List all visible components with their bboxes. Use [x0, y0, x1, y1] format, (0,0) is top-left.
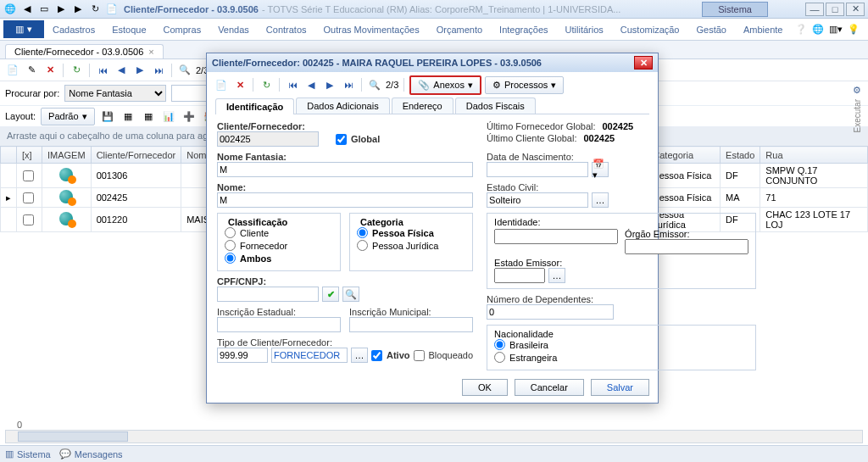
edit-icon[interactable]: ✎ [24, 63, 39, 78]
refresh-icon[interactable]: ↻ [69, 63, 84, 78]
insc-est-input[interactable] [217, 317, 341, 332]
minimize-button[interactable]: — [805, 3, 824, 16]
tipo-code-input[interactable] [217, 348, 268, 363]
row-checkbox[interactable] [23, 214, 34, 225]
radio-pj[interactable]: Pessoa Jurídica [357, 240, 438, 251]
row-checkbox[interactable] [23, 192, 34, 203]
menu-utilitarios[interactable]: Utilitários [557, 21, 612, 38]
col-marker[interactable] [1, 147, 17, 164]
cpf-lookup-button[interactable]: 🔍 [342, 287, 359, 302]
dlg-next-icon[interactable]: ▶ [322, 77, 337, 92]
tab-dados-fiscais[interactable]: Dados Fiscais [455, 97, 536, 114]
col-x[interactable]: [x] [17, 147, 42, 164]
maximize-button[interactable]: □ [826, 3, 844, 16]
prev-icon[interactable]: ◀ [114, 63, 129, 78]
menu-contratos[interactable]: Contratos [258, 21, 315, 38]
fantasia-input[interactable] [217, 162, 473, 177]
dlg-last-icon[interactable]: ⏭ [341, 77, 356, 92]
next-icon[interactable]: ▶ [132, 63, 147, 78]
dlg-new-icon[interactable]: 📄 [214, 77, 229, 92]
menu-cadastros[interactable]: Cadastros [44, 21, 103, 38]
estemissor-lookup[interactable]: … [548, 268, 565, 283]
menu-orcamento[interactable]: Orçamento [428, 21, 491, 38]
layout-preset[interactable]: Padrão ▾ [41, 108, 94, 125]
dialog-titlebar[interactable]: Cliente/Fornecedor: 002425 - MAIRA RAQUE… [207, 53, 658, 72]
search-icon[interactable]: 🔍 [177, 63, 192, 78]
menu-outras[interactable]: Outras Movimentações [315, 21, 428, 38]
estemissor-input[interactable] [494, 268, 545, 283]
horizontal-scrollbar[interactable] [5, 430, 863, 443]
bulb-icon[interactable]: 💡 [848, 24, 860, 35]
globe-icon[interactable]: 🌐 [812, 24, 824, 35]
datanasc-input[interactable] [487, 162, 588, 177]
menu-compras[interactable]: Compras [155, 21, 210, 38]
help-icon[interactable]: ❔ [795, 24, 807, 35]
cancel-button[interactable]: Cancelar [515, 379, 584, 396]
first-icon[interactable]: ⏮ [95, 63, 110, 78]
run-icon[interactable]: ▶ [71, 3, 85, 16]
nome-input[interactable] [217, 192, 473, 208]
window-icon[interactable]: ▭ [37, 3, 51, 16]
menu-customizacao[interactable]: Customização [612, 21, 688, 38]
layout-icon[interactable]: ▥▾ [829, 24, 843, 35]
estcivil-lookup[interactable]: … [592, 192, 609, 208]
forward-icon[interactable]: ▶ [54, 3, 68, 16]
ok-button[interactable]: OK [462, 379, 508, 396]
row-checkbox[interactable] [23, 170, 34, 181]
layout-icon-5[interactable]: ➕ [181, 109, 197, 124]
col-rua[interactable]: Rua [760, 147, 868, 164]
layout-icon-2[interactable]: ▦ [120, 109, 136, 124]
menu-gestao[interactable]: Gestão [688, 21, 735, 38]
dlg-first-icon[interactable]: ⏮ [285, 77, 300, 92]
radio-cliente[interactable]: Cliente [225, 227, 269, 238]
scrollbar-thumb[interactable] [18, 431, 128, 442]
cpf-validate-button[interactable]: ✔ [322, 287, 339, 302]
new-icon[interactable]: 📄 [5, 63, 20, 78]
sistema-tab[interactable]: Sistema [702, 2, 768, 17]
tab-dados-adicionais[interactable]: Dados Adicionais [296, 97, 389, 114]
dialog-close-button[interactable]: ✕ [634, 56, 653, 70]
global-checkbox[interactable]: Global [336, 134, 380, 145]
id-orgao-input[interactable] [625, 239, 748, 254]
menu-integracoes[interactable]: Integrações [491, 21, 556, 38]
tab-close-icon[interactable]: × [148, 47, 153, 57]
close-button[interactable]: ✕ [846, 3, 865, 16]
estcivil-input[interactable] [487, 192, 588, 208]
tipo-desc-input[interactable] [271, 348, 348, 363]
status-sistema[interactable]: ▥ Sistema [5, 448, 51, 459]
doc-icon[interactable]: 📄 [105, 3, 119, 16]
cpf-input[interactable] [217, 287, 319, 302]
executar-icon[interactable]: ⚙ [853, 85, 861, 96]
tab-identificacao[interactable]: Identificação [215, 98, 294, 114]
bloqueado-checkbox[interactable]: Bloqueado [414, 350, 474, 361]
code-input[interactable] [217, 131, 319, 147]
main-menu-button[interactable]: ▥▾ [3, 20, 44, 38]
refresh-icon[interactable]: ↻ [88, 3, 102, 16]
menu-estoque[interactable]: Estoque [103, 21, 154, 38]
dlg-refresh-icon[interactable]: ↻ [259, 77, 274, 92]
calendar-icon[interactable]: 📅▾ [592, 162, 609, 177]
id-numero-input[interactable] [494, 229, 618, 244]
col-clifor[interactable]: Cliente/Fornecedor [91, 147, 181, 164]
radio-estrangeira[interactable]: Estrangeira [494, 352, 557, 363]
layout-icon-1[interactable]: 💾 [100, 109, 115, 124]
back-icon[interactable]: ◀ [20, 3, 34, 16]
processos-button[interactable]: ⚙ Processos ▾ [485, 76, 564, 94]
search-field-select[interactable]: Nome Fantasia [64, 85, 166, 102]
delete-icon[interactable]: ✕ [42, 63, 58, 78]
status-mensagens[interactable]: 💬 Mensagens [59, 448, 123, 459]
radio-ambos[interactable]: Ambos [225, 253, 271, 264]
tab-endereco[interactable]: Endereço [392, 97, 453, 114]
ativo-checkbox[interactable]: Ativo [371, 350, 410, 361]
anexos-button[interactable]: 📎 Anexos ▾ [409, 75, 481, 95]
radio-brasileira[interactable]: Brasileira [494, 339, 548, 350]
layout-icon-4[interactable]: 📊 [161, 109, 176, 124]
radio-fornecedor[interactable]: Fornecedor [225, 240, 287, 251]
document-tab[interactable]: Cliente/Fornecedor - 03.9.0506 × [5, 44, 164, 58]
dlg-search-icon[interactable]: 🔍 [367, 77, 382, 92]
last-icon[interactable]: ⏭ [151, 63, 166, 78]
menu-vendas[interactable]: Vendas [209, 21, 258, 38]
radio-pf[interactable]: Pessoa Física [357, 227, 434, 238]
menu-ambiente[interactable]: Ambiente [735, 21, 791, 38]
tipo-lookup-button[interactable]: … [351, 348, 368, 363]
